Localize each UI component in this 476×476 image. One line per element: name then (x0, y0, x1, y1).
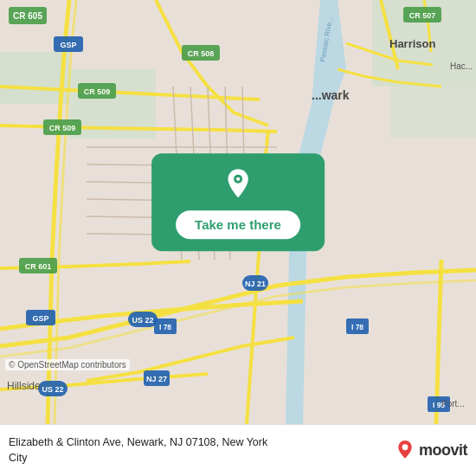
address-text: Elizabeth & Clinton Ave, Newark, NJ 0710… (9, 435, 395, 466)
svg-point-55 (236, 177, 240, 181)
svg-text:NJ 21: NJ 21 (245, 280, 266, 288)
take-me-there-overlay: Take me there (151, 153, 325, 251)
svg-text:Hillside: Hillside (7, 380, 41, 392)
svg-point-56 (402, 444, 408, 450)
bottom-bar: Elizabeth & Clinton Ave, Newark, NJ 0710… (0, 424, 476, 476)
svg-text:Port...: Port... (441, 399, 465, 408)
osm-attribution: © OpenStreetMap contributors (5, 359, 130, 370)
svg-text:US 22: US 22 (132, 316, 153, 325)
address-line: Elizabeth & Clinton Ave, Newark, NJ 0710… (9, 436, 267, 448)
address-city: City (9, 452, 28, 464)
osm-attribution-text: © OpenStreetMap contributors (9, 360, 126, 370)
svg-text:Hac...: Hac... (450, 61, 473, 71)
svg-text:I 78: I 78 (351, 323, 363, 331)
svg-text:Harrison: Harrison (389, 37, 436, 50)
svg-text:CR 605: CR 605 (13, 11, 42, 21)
svg-text:...wark: ...wark (312, 88, 350, 102)
take-me-there-button[interactable]: Take me there (176, 210, 300, 239)
map-container: CR 605 GSP CR 509 CR 509 CR 508 NJ 21 NJ… (0, 0, 476, 424)
svg-text:I 78: I 78 (159, 323, 171, 331)
svg-rect-1 (0, 52, 69, 104)
svg-text:CR 601: CR 601 (25, 262, 52, 271)
svg-text:CR 509: CR 509 (49, 124, 76, 132)
svg-text:GSP: GSP (32, 314, 48, 323)
svg-text:CR 507: CR 507 (409, 11, 436, 20)
moovit-brand-text: moovit (419, 441, 467, 460)
moovit-logo: moovit (395, 441, 467, 461)
action-card: Take me there (151, 153, 325, 251)
location-pin-icon (221, 169, 255, 203)
svg-rect-4 (389, 87, 476, 138)
svg-text:NJ 27: NJ 27 (146, 375, 167, 383)
moovit-pin-icon (395, 441, 415, 461)
svg-text:US 22: US 22 (42, 385, 63, 394)
svg-text:CR 509: CR 509 (84, 87, 111, 96)
svg-text:GSP: GSP (60, 41, 76, 49)
svg-text:CR 508: CR 508 (188, 49, 215, 58)
